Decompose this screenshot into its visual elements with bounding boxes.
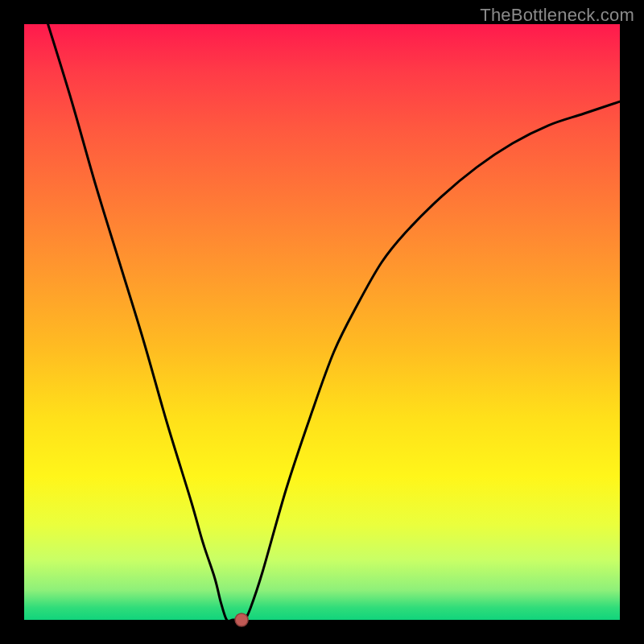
bottleneck-curve: [48, 24, 620, 621]
curve-svg: [24, 24, 620, 620]
chart-frame: TheBottleneck.com: [0, 0, 644, 644]
watermark-text: TheBottleneck.com: [480, 5, 634, 26]
minimum-marker: [235, 613, 248, 626]
plot-area: [24, 24, 620, 620]
